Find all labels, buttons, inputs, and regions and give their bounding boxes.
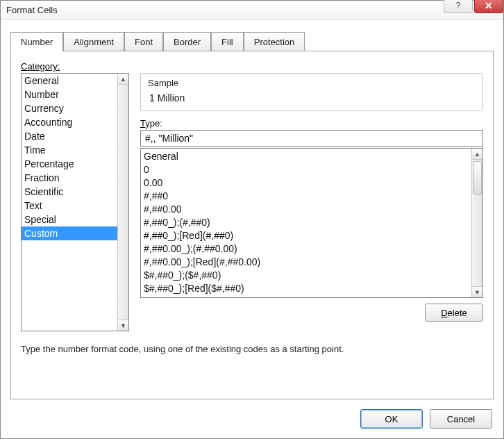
format-cells-dialog: Format Cells ? ✕ Number Alignment Font B… (0, 0, 504, 439)
scroll-track[interactable] (472, 160, 482, 286)
tab-label: Alignment (74, 37, 114, 47)
category-listbox[interactable]: GeneralNumberCurrencyAccountingDateTimeP… (21, 73, 129, 331)
tab-number[interactable]: Number (10, 32, 63, 51)
window-buttons: ? ✕ (442, 1, 503, 19)
format-item[interactable]: #,##0.00_);(#,##0.00) (144, 242, 469, 256)
help-icon: ? (456, 1, 461, 10)
content-area: Number Alignment Font Border Fill Protec… (10, 31, 494, 399)
hint-text: Type the number format code, using one o… (21, 344, 483, 354)
tab-label: Border (174, 37, 201, 47)
category-item[interactable]: Fraction (22, 171, 117, 185)
scroll-down-icon[interactable]: ▼ (472, 286, 482, 297)
category-item[interactable]: Custom (22, 226, 117, 240)
cancel-button[interactable]: Cancel (430, 409, 492, 429)
format-item[interactable]: $#,##0_);[Red]($#,##0) (144, 282, 469, 295)
tab-alignment[interactable]: Alignment (63, 32, 124, 51)
category-item[interactable]: Text (22, 199, 117, 213)
format-item[interactable]: #,##0.00_);[Red](#,##0.00) (144, 256, 469, 269)
sample-value: 1 Million (148, 92, 476, 103)
titlebar[interactable]: Format Cells ? ✕ (1, 1, 503, 20)
category-item[interactable]: General (22, 74, 117, 88)
format-item[interactable]: $#,##0_);($#,##0) (144, 269, 469, 282)
type-label: Type: (140, 118, 483, 129)
dialog-buttons: OK Cancel (360, 409, 492, 429)
scroll-thumb[interactable] (473, 161, 482, 194)
category-scrollbar[interactable]: ▲ ▼ (117, 74, 128, 331)
format-item[interactable]: #,##0.00 (144, 203, 469, 216)
category-item[interactable]: Time (22, 143, 117, 157)
scroll-up-icon[interactable]: ▲ (472, 149, 482, 160)
format-scrollbar[interactable]: ▲ ▼ (471, 149, 482, 297)
category-item[interactable]: Number (22, 88, 117, 101)
tabstrip: Number Alignment Font Border Fill Protec… (10, 31, 494, 51)
format-listbox[interactable]: General00.00#,##0#,##0.00#,##0_);(#,##0)… (140, 148, 483, 298)
delete-button[interactable]: Delete (425, 304, 483, 322)
category-item[interactable]: Currency (22, 101, 117, 115)
sample-label: Sample (148, 78, 476, 88)
close-button[interactable]: ✕ (474, 0, 503, 13)
tab-label: Protection (254, 37, 295, 47)
tab-fill[interactable]: Fill (211, 32, 244, 51)
format-item[interactable]: #,##0 (144, 190, 469, 203)
tab-border[interactable]: Border (163, 32, 211, 51)
format-item[interactable]: 0.00 (144, 176, 469, 190)
category-item[interactable]: Accounting (22, 115, 117, 129)
delete-row: Delete (140, 304, 483, 322)
tab-protection[interactable]: Protection (244, 32, 305, 51)
tab-label: Fill (221, 37, 233, 47)
close-icon: ✕ (485, 0, 493, 11)
category-item[interactable]: Scientific (22, 185, 117, 199)
format-item[interactable]: #,##0_);(#,##0) (144, 216, 469, 229)
format-item[interactable]: General (144, 150, 469, 163)
tab-font[interactable]: Font (124, 32, 163, 51)
category-label: Category: (21, 61, 60, 72)
format-item[interactable]: 0 (144, 163, 469, 176)
scroll-up-icon[interactable]: ▲ (118, 74, 128, 85)
format-item[interactable]: #,##0_);[Red](#,##0) (144, 229, 469, 242)
window-title: Format Cells (6, 5, 442, 15)
scroll-down-icon[interactable]: ▼ (118, 320, 128, 331)
category-item[interactable]: Date (22, 129, 117, 143)
category-item[interactable]: Percentage (22, 157, 117, 171)
type-input[interactable] (140, 130, 483, 147)
ok-button[interactable]: OK (360, 409, 423, 429)
help-button[interactable]: ? (444, 0, 473, 13)
tab-panel-number: Category: GeneralNumberCurrencyAccountin… (10, 51, 494, 399)
right-column: Sample 1 Million Type: General00.00#,##0… (140, 73, 483, 331)
tab-label: Number (21, 37, 53, 47)
sample-group: Sample 1 Million (140, 73, 483, 111)
category-item[interactable]: Special (22, 213, 117, 226)
tab-label: Font (135, 37, 153, 47)
